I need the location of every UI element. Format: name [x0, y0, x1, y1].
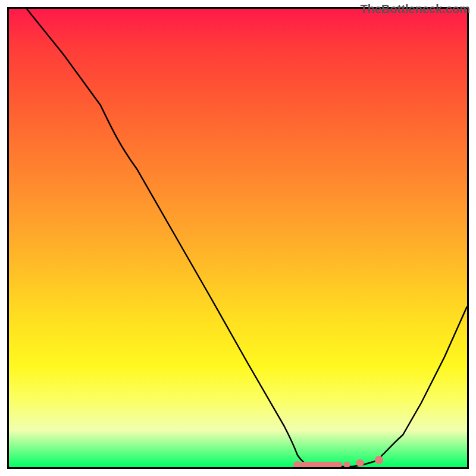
chart-curve — [27, 9, 467, 466]
marker-dot — [343, 462, 350, 467]
marker-band — [300, 462, 342, 467]
chart-frame — [7, 7, 469, 469]
highlight-markers — [293, 456, 383, 467]
watermark-text: TheBottleneck.com — [361, 2, 470, 16]
marker-dot — [356, 459, 364, 466]
marker-dot — [375, 456, 383, 464]
chart-svg — [9, 9, 467, 467]
marker-dot — [293, 461, 302, 467]
